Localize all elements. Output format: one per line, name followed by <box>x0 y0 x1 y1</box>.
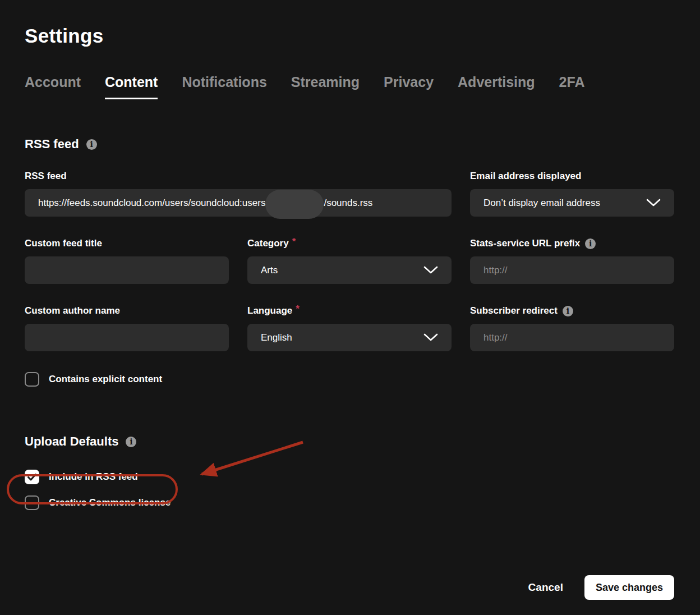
subscriber-redirect-input[interactable] <box>470 324 674 351</box>
include-in-rss-checkbox[interactable] <box>25 470 39 484</box>
tab-streaming[interactable]: Streaming <box>291 74 360 99</box>
info-icon[interactable]: i <box>585 238 596 249</box>
stats-url-prefix-input[interactable] <box>470 256 674 284</box>
rss-url-suffix: /sounds.rss <box>324 198 372 209</box>
rss-feed-field: RSS feed https://feeds.soundcloud.com/us… <box>25 171 452 217</box>
explicit-content-checkbox[interactable] <box>25 372 39 387</box>
email-displayed-label: Email address displayed <box>470 171 674 182</box>
rss-feed-form: RSS feed https://feeds.soundcloud.com/us… <box>25 171 674 351</box>
stats-url-prefix-label: Stats-service URL prefix i <box>470 238 674 249</box>
subscriber-redirect-field: Subscriber redirect i <box>470 305 674 351</box>
chevron-down-icon <box>646 199 661 207</box>
cancel-button[interactable]: Cancel <box>528 581 563 594</box>
info-icon[interactable]: i <box>86 139 97 150</box>
footer-actions: Cancel Save changes <box>528 575 674 600</box>
rss-url-prefix: https://feeds.soundcloud.com/users/sound… <box>38 198 265 209</box>
required-asterisk: * <box>292 236 296 247</box>
settings-tabs: Account Content Notifications Streaming … <box>25 74 674 99</box>
settings-page: Settings Account Content Notifications S… <box>0 0 700 615</box>
category-field: Category* Arts <box>247 238 452 284</box>
page-title: Settings <box>25 25 674 47</box>
explicit-content-row: Contains explicit content <box>25 372 674 387</box>
rss-feed-section-heading: RSS feed i <box>25 137 674 152</box>
email-displayed-field: Email address displayed Don’t display em… <box>470 171 674 217</box>
language-label: Language* <box>247 305 452 316</box>
custom-feed-title-input[interactable] <box>25 256 229 284</box>
custom-author-name-field: Custom author name <box>25 305 229 351</box>
language-field: Language* English <box>247 305 452 351</box>
custom-feed-title-field: Custom feed title <box>25 238 229 284</box>
include-in-rss-label: Include in RSS feed <box>49 471 138 483</box>
upload-defaults-heading-text: Upload Defaults <box>25 434 118 449</box>
rss-feed-url-input[interactable]: https://feeds.soundcloud.com/users/sound… <box>25 189 452 217</box>
stats-url-prefix-field: Stats-service URL prefix i <box>470 238 674 284</box>
explicit-content-label: Contains explicit content <box>49 374 162 385</box>
rss-feed-label: RSS feed <box>25 171 452 182</box>
chevron-down-icon <box>423 333 438 342</box>
rss-feed-heading-text: RSS feed <box>25 137 79 152</box>
include-in-rss-row: Include in RSS feed <box>25 470 674 484</box>
tab-privacy[interactable]: Privacy <box>384 74 434 99</box>
tab-2fa[interactable]: 2FA <box>559 74 585 99</box>
custom-author-name-label: Custom author name <box>25 305 229 316</box>
category-value: Arts <box>261 265 278 276</box>
info-icon[interactable]: i <box>126 437 136 447</box>
category-select[interactable]: Arts <box>247 256 452 284</box>
category-label: Category* <box>247 238 452 249</box>
email-displayed-select[interactable]: Don’t display email address <box>470 189 674 217</box>
tab-advertising[interactable]: Advertising <box>458 74 535 99</box>
custom-author-name-input[interactable] <box>25 324 229 351</box>
email-displayed-value: Don’t display email address <box>483 198 600 209</box>
redacted-user-id <box>265 190 324 219</box>
language-select[interactable]: English <box>247 324 452 351</box>
custom-feed-title-label: Custom feed title <box>25 238 229 249</box>
info-icon[interactable]: i <box>563 306 573 316</box>
creative-commons-row: Creative Commons license <box>25 495 674 510</box>
tab-account[interactable]: Account <box>25 74 81 99</box>
language-value: English <box>261 332 292 343</box>
chevron-down-icon <box>423 266 438 274</box>
checkmark-icon <box>27 474 36 481</box>
subscriber-redirect-label: Subscriber redirect i <box>470 305 674 316</box>
upload-defaults-heading: Upload Defaults i <box>25 434 674 449</box>
save-changes-button[interactable]: Save changes <box>584 575 674 600</box>
required-asterisk: * <box>296 304 300 315</box>
tab-content[interactable]: Content <box>105 74 158 99</box>
creative-commons-label: Creative Commons license <box>49 497 171 508</box>
creative-commons-checkbox[interactable] <box>25 495 39 510</box>
tab-notifications[interactable]: Notifications <box>182 74 266 99</box>
